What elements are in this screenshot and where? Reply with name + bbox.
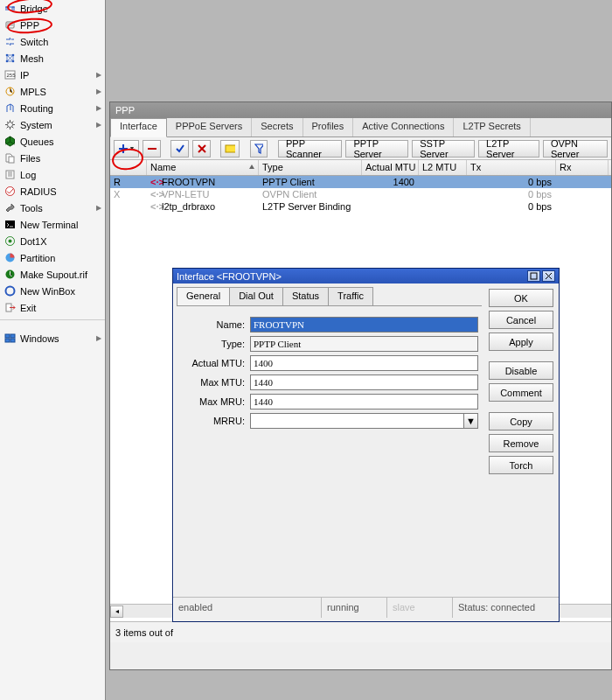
interface-dialog: Interface <FROOTVPN> GeneralDial OutStat… <box>172 268 560 622</box>
remove-button[interactable]: Remove <box>489 434 553 452</box>
sidebar-item-queues[interactable]: Queues <box>0 133 105 150</box>
name-input[interactable] <box>250 317 478 332</box>
sidebar-item-ppp[interactable]: PPP <box>0 17 105 33</box>
radius-icon <box>3 185 17 198</box>
svg-rect-22 <box>10 339 15 342</box>
sidebar-item-label: Partition <box>20 253 55 263</box>
sidebar-item-partition[interactable]: Partition <box>0 249 105 266</box>
ok-button[interactable]: OK <box>489 289 553 307</box>
mrru-input[interactable] <box>250 413 464 429</box>
chevron-right-icon: ▶ <box>96 121 101 129</box>
filter-button[interactable] <box>250 140 268 158</box>
svg-rect-9 <box>9 157 14 163</box>
svg-rect-21 <box>5 339 10 342</box>
ppp-tab-interface[interactable]: Interface <box>110 118 167 137</box>
system-icon <box>3 118 17 131</box>
dialog-titlebar[interactable]: Interface <FROOTVPN> <box>173 269 559 284</box>
table-row[interactable]: X<·>VPN-LETUOVPN Client0 bps <box>110 188 611 200</box>
sidebar-item-new-winbox[interactable]: New WinBox <box>0 283 105 299</box>
disable-button[interactable]: Disable <box>489 361 553 380</box>
col-flag[interactable] <box>110 160 147 175</box>
sidebar-item-label: Bridge <box>20 4 48 14</box>
chevron-right-icon: ▶ <box>96 88 101 95</box>
apply-button[interactable]: Apply <box>489 332 553 351</box>
col-actual-mtu[interactable]: Actual MTU <box>362 160 419 175</box>
sidebar-item-label: Mesh <box>20 53 44 64</box>
sidebar-item-make-supout-rif[interactable]: Make Supout.rif <box>0 266 105 283</box>
svg-rect-12 <box>5 220 15 228</box>
comment-button[interactable]: Comment <box>489 383 553 402</box>
col-name[interactable]: Name <box>147 160 259 175</box>
sidebar-item-dot1x[interactable]: Dot1X <box>0 233 105 249</box>
terminal-icon <box>3 218 17 231</box>
sidebar-item-exit[interactable]: Exit <box>0 299 105 316</box>
dialog-tab-general[interactable]: General <box>177 287 230 305</box>
sidebar-item-system[interactable]: System▶ <box>0 116 105 133</box>
col-l2-mtu[interactable]: L2 MTU <box>419 160 467 175</box>
minimize-button[interactable] <box>527 270 540 282</box>
add-button[interactable]: ▼ <box>114 140 139 158</box>
sidebar-item-log[interactable]: Log <box>0 166 105 183</box>
type-label: Type: <box>180 339 250 349</box>
type-field <box>250 336 478 352</box>
ppp-scanner-button[interactable]: PPP Scanner <box>278 140 342 158</box>
sidebar-item-radius[interactable]: RADIUS <box>0 183 105 200</box>
routing-icon <box>3 102 17 115</box>
sidebar-item-bridge[interactable]: Bridge <box>0 0 105 17</box>
copy-button[interactable]: Copy <box>489 412 553 430</box>
comment-button[interactable] <box>220 140 240 158</box>
sidebar-item-switch[interactable]: Switch <box>0 33 105 50</box>
max-mru-input[interactable] <box>250 394 478 410</box>
ppp-tab-l2tp-secrets[interactable]: L2TP Secrets <box>454 118 530 136</box>
disable-button[interactable] <box>192 140 211 158</box>
chevron-right-icon: ▶ <box>96 104 101 112</box>
sidebar-item-new-terminal[interactable]: New Terminal <box>0 216 105 233</box>
ppp-tab-pppoe-servers[interactable]: PPPoE Servers <box>167 118 252 136</box>
enable-button[interactable] <box>170 140 189 158</box>
max-mtu-input[interactable] <box>250 374 478 390</box>
pptp-server-button[interactable]: PPTP Server <box>345 140 408 158</box>
chevron-right-icon: ▶ <box>96 71 101 79</box>
actual-mtu-input[interactable] <box>250 355 478 371</box>
sidebar-item-routing[interactable]: Routing▶ <box>0 100 105 116</box>
link-icon: <·> <box>150 189 160 200</box>
sidebar: BridgePPPSwitchMesh255IP▶MPLS▶Routing▶Sy… <box>0 0 106 700</box>
l2tp-server-button[interactable]: L2TP Server <box>478 140 539 158</box>
chevron-right-icon: ▶ <box>96 334 101 342</box>
svg-text:255: 255 <box>7 73 17 78</box>
col-type[interactable]: Type <box>259 160 362 175</box>
scroll-left-icon[interactable]: ◂ <box>110 606 123 618</box>
ppp-tab-active-connections[interactable]: Active Connections <box>353 118 454 136</box>
mrru-dropdown-button[interactable]: ▼ <box>464 413 478 429</box>
dot1x-icon <box>3 234 17 248</box>
sidebar-item-label: Files <box>20 153 40 164</box>
sidebar-item-label: RADIUS <box>20 186 57 197</box>
ppp-window-title: PPP <box>110 102 611 118</box>
ppp-grid-footer: 3 items out of <box>110 621 611 642</box>
table-row[interactable]: R<·>FROOTVPNPPTP Client14000 bps <box>110 176 611 188</box>
table-row[interactable]: <·>l2tp_drbraxoL2TP Server Binding0 bps <box>110 200 611 213</box>
remove-button[interactable] <box>143 140 161 158</box>
sidebar-item-tools[interactable]: Tools▶ <box>0 200 105 216</box>
ppp-tab-secrets[interactable]: Secrets <box>252 118 303 136</box>
link-icon: <·> <box>150 177 160 187</box>
files-icon <box>3 151 17 164</box>
torch-button[interactable]: Torch <box>489 456 553 474</box>
sidebar-item-files[interactable]: Files <box>0 150 105 166</box>
close-button[interactable] <box>542 270 555 282</box>
sidebar-item-windows[interactable]: Windows ▶ <box>0 330 105 346</box>
dialog-tab-dial-out[interactable]: Dial Out <box>229 287 283 305</box>
sidebar-item-ip[interactable]: 255IP▶ <box>0 66 105 83</box>
sstp-server-button[interactable]: SSTP Server <box>412 140 475 158</box>
cancel-button[interactable]: Cancel <box>489 311 553 329</box>
sidebar-item-mpls[interactable]: MPLS▶ <box>0 83 105 100</box>
bridge-icon <box>3 2 17 15</box>
col-tx[interactable]: Tx <box>467 160 556 175</box>
sidebar-item-label: New Terminal <box>20 220 78 230</box>
dialog-tab-status[interactable]: Status <box>282 287 329 305</box>
ovpn-server-button[interactable]: OVPN Server <box>543 140 608 158</box>
sidebar-item-mesh[interactable]: Mesh <box>0 50 105 66</box>
dialog-tab-traffic[interactable]: Traffic <box>328 287 373 305</box>
ppp-tab-profiles[interactable]: Profiles <box>303 118 354 136</box>
col-rx[interactable]: Rx <box>556 160 609 175</box>
